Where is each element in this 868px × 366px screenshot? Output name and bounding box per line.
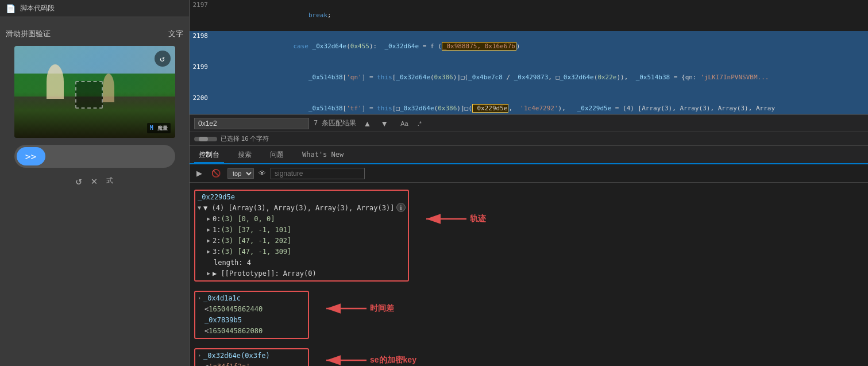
- captcha-label: 滑动拼图验证: [6, 29, 51, 39]
- timediff-label: 时间差: [370, 303, 394, 314]
- trajectory-arrow: [421, 210, 466, 228]
- val4-display: < 'e34f1f2e': [198, 361, 306, 366]
- var3-name: _0x7839b5: [198, 315, 306, 325]
- slider-arrow: >>: [25, 151, 36, 162]
- line-num-2198: 2198: [190, 31, 213, 62]
- code-line-2200: 2200 _0x514b38['tf'] = this[□_0x32d64e(0…: [190, 93, 868, 115]
- var2-arrow[interactable]: ›: [198, 293, 201, 303]
- tab-search[interactable]: 搜索: [233, 148, 256, 163]
- mode-label: 式: [106, 176, 113, 186]
- context-select[interactable]: top: [227, 168, 254, 179]
- search-next-button[interactable]: ▼: [378, 118, 391, 129]
- array-item-2: ▶ 2: (3) [47, -1, 202]: [207, 236, 406, 246]
- tab-whatsnew[interactable]: What's New: [298, 148, 348, 162]
- array-info-icon[interactable]: ℹ: [396, 203, 406, 212]
- array-label: ▼ (4) [Array(3), Array(3), Array(3), Arr…: [203, 203, 394, 213]
- prototype-item: ▶ ▶ [[Prototype]]: Array(0): [207, 268, 406, 279]
- var4-arrow[interactable]: ›: [198, 350, 201, 361]
- refresh-icon[interactable]: ↺: [155, 51, 171, 67]
- code-line-2197: 2197 break;: [190, 0, 868, 31]
- trajectory-section: _0x229d5e ▼ ▼ (4) [Array(3), Array(3), A…: [194, 190, 409, 282]
- line-content-2197: break;: [213, 0, 868, 31]
- console-toolbar: ▶ 🚫 top 👁: [190, 164, 868, 183]
- line-num-2200: 2200: [190, 93, 213, 115]
- code-area: 2197 break; 2198 case _0x32d64e(0x455): …: [190, 0, 868, 115]
- search-prev-button[interactable]: ▲: [361, 118, 373, 129]
- array-item-0: ▶ 0: (3) [0, 0, 0]: [207, 214, 406, 224]
- tab-issues[interactable]: 问题: [265, 148, 288, 163]
- left-content: 滑动拼图验证 文字 ↺ M 魔量 >> ↺ ✕ 式: [0, 17, 189, 366]
- search-options: Aa .*: [398, 119, 425, 128]
- prototype-arrow[interactable]: ▶: [207, 268, 210, 279]
- line-content-2198: case _0x32d64e(0x455): _0x32d64e = f (_0…: [213, 31, 868, 62]
- refresh-bottom-icon[interactable]: ↺: [76, 175, 82, 187]
- item1-arrow[interactable]: ▶: [207, 225, 210, 235]
- array-items: ▶ 0: (3) [0, 0, 0] ▶ 1: (3) [37, -1, 101…: [207, 214, 406, 279]
- status-bar: 已选择 16 个字符: [190, 132, 868, 146]
- search-input[interactable]: [194, 118, 309, 129]
- item3-arrow[interactable]: ▶: [207, 246, 210, 257]
- val3-display: < 1650445862080: [198, 326, 306, 336]
- line-content-2199: _0x514b38['qn'] = this[_0x32d64e(0x386)]…: [213, 62, 868, 93]
- left-panel: 📄 脚本代码段 滑动拼图验证 文字 ↺ M 魔量 >>: [0, 0, 190, 366]
- length-item: length: 4: [207, 257, 406, 268]
- array-item-1: ▶ 1: (3) [37, -1, 101]: [207, 225, 406, 235]
- code-line-2199: 2199 _0x514b38['qn'] = this[_0x32d64e(0x…: [190, 62, 868, 93]
- top-bar: 📄 脚本代码段: [0, 0, 189, 17]
- tabs-bar: 控制台 搜索 问题 What's New: [190, 146, 868, 164]
- item0-arrow[interactable]: ▶: [207, 214, 210, 224]
- filter-input[interactable]: [271, 168, 365, 179]
- item2-arrow[interactable]: ▶: [207, 236, 210, 246]
- timediff-arrow: [321, 300, 367, 317]
- text-label: 文字: [168, 29, 183, 39]
- scroll-thumb: [199, 137, 208, 141]
- logo-watermark: M 魔量: [147, 123, 171, 133]
- captcha-image: ↺ M 魔量: [14, 46, 175, 138]
- enckey-label: se的加密key: [370, 355, 416, 365]
- trajectory-label: 轨迹: [470, 214, 486, 224]
- tab-console[interactable]: 控制台: [194, 148, 224, 163]
- close-icon[interactable]: ✕: [91, 175, 98, 187]
- search-bar: 7 条匹配结果 ▲ ▼ Aa .*: [190, 115, 868, 132]
- var1-label: _0x229d5e: [198, 192, 406, 202]
- line-content-2200: _0x514b38['tf'] = this[□_0x32d64e(0x386)…: [213, 93, 868, 115]
- console-output: _0x229d5e ▼ ▼ (4) [Array(3), Array(3), A…: [190, 183, 868, 366]
- search-result-count: 7 条匹配结果: [314, 118, 356, 128]
- var4-func: › _0x32d64e(0x3fe): [198, 350, 306, 361]
- script-icon: 📄: [6, 4, 16, 13]
- expand-arrow[interactable]: ▼: [198, 203, 201, 213]
- eye-button[interactable]: 👁: [259, 169, 266, 178]
- enckey-arrow: [321, 352, 367, 366]
- bottom-icons: ↺ ✕ 式: [76, 175, 114, 187]
- array-root: ▼ ▼ (4) [Array(3), Array(3), Array(3), A…: [198, 203, 406, 213]
- scroll-indicator: [194, 137, 217, 141]
- line-num-2199: 2199: [190, 62, 213, 93]
- timediff-section: › _0x4d1a1c < 1650445862440 _0x7839b5 < …: [194, 291, 309, 339]
- code-line-2198: 2198 case _0x32d64e(0x455): _0x32d64e = …: [190, 31, 868, 62]
- val2-display: < 1650445862440: [198, 304, 306, 314]
- array-item-3: ▶ 3: (3) [47, -1, 309]: [207, 246, 406, 257]
- slider-button[interactable]: >>: [17, 147, 45, 165]
- slider-track[interactable]: >>: [14, 145, 175, 168]
- selection-status: 已选择 16 个字符: [221, 134, 269, 143]
- var2-name: › _0x4d1a1c: [198, 293, 306, 303]
- enckey-section: › _0x32d64e(0x3fe) < 'e34f1f2e': [194, 348, 309, 366]
- match-case-button[interactable]: Aa: [398, 119, 411, 128]
- regex-button[interactable]: .*: [415, 119, 425, 128]
- line-num-2197: 2197: [190, 0, 213, 31]
- var1-name: _0x229d5e: [198, 192, 235, 202]
- stop-button[interactable]: 🚫: [209, 168, 223, 179]
- script-label: 脚本代码段: [20, 3, 55, 13]
- run-button[interactable]: ▶: [194, 168, 205, 179]
- right-panel: 2197 break; 2198 case _0x32d64e(0x455): …: [190, 0, 868, 366]
